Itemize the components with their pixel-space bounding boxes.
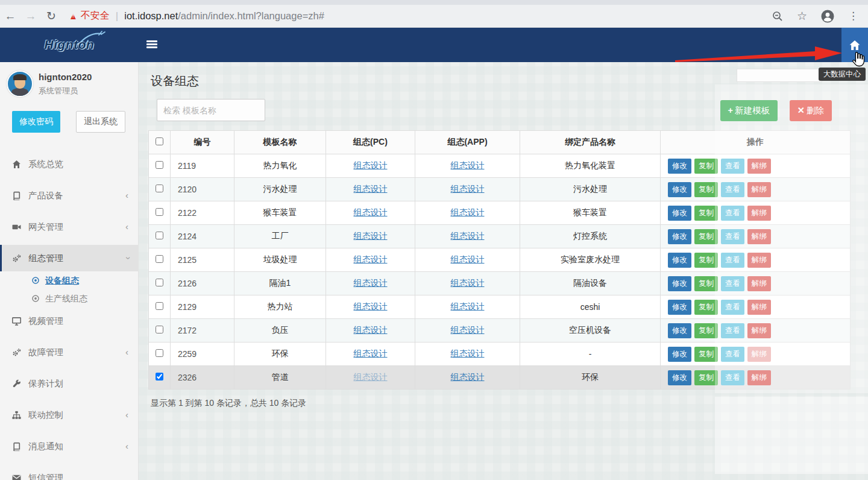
edit-button[interactable]: 修改 <box>668 370 691 385</box>
edit-button[interactable]: 修改 <box>668 323 691 338</box>
change-password-button[interactable]: 修改密码 <box>12 111 60 133</box>
unbind-button[interactable]: 解绑 <box>747 253 771 268</box>
sidebar-item-5[interactable]: 生产线组态 <box>0 289 138 308</box>
view-button[interactable]: 查看 <box>721 276 744 291</box>
row-checkbox[interactable] <box>156 185 163 192</box>
view-button[interactable]: 查看 <box>721 323 744 338</box>
unbind-button[interactable]: 解绑 <box>747 229 771 244</box>
sidebar-item-4[interactable]: 设备组态 <box>0 271 138 289</box>
edit-button[interactable]: 修改 <box>668 182 691 197</box>
row-checkbox[interactable] <box>156 255 163 263</box>
select-all-checkbox[interactable] <box>156 137 163 145</box>
sidebar-item-0[interactable]: 系统总览 <box>0 151 138 177</box>
copy-button[interactable]: 复制 <box>694 253 718 268</box>
pc-design-link[interactable]: 组态设计 <box>354 160 388 170</box>
copy-button[interactable]: 复制 <box>694 370 718 385</box>
unbind-button[interactable]: 解绑 <box>747 206 771 221</box>
copy-button[interactable]: 复制 <box>694 347 718 362</box>
app-design-link[interactable]: 组态设计 <box>451 349 485 358</box>
unbind-button[interactable]: 解绑 <box>747 276 771 291</box>
sidebar-item-2[interactable]: 网关管理‹ <box>0 213 138 240</box>
view-button[interactable]: 查看 <box>721 229 744 244</box>
profile-icon[interactable] <box>820 9 835 24</box>
app-design-link[interactable]: 组态设计 <box>451 372 485 382</box>
sidebar-item-8[interactable]: 保养计划 <box>0 370 138 397</box>
sidebar-item-11[interactable]: 短信管理 <box>0 464 138 480</box>
view-button[interactable]: 查看 <box>721 159 744 174</box>
copy-button[interactable]: 复制 <box>694 276 718 291</box>
row-checkbox[interactable] <box>156 349 163 357</box>
security-indicator[interactable]: ▲ ! 不安全 <box>69 10 110 22</box>
pc-design-link[interactable]: 组态设计 <box>354 254 388 264</box>
sidebar-item-1[interactable]: 产品设备‹ <box>0 182 138 209</box>
zoom-out-icon[interactable] <box>772 10 784 22</box>
row-checkbox[interactable] <box>156 279 163 286</box>
unbind-button[interactable]: 解绑 <box>747 347 771 362</box>
copy-button[interactable]: 复制 <box>694 300 718 315</box>
copy-button[interactable]: 复制 <box>694 182 718 197</box>
view-button[interactable]: 查看 <box>721 300 744 315</box>
view-button[interactable]: 查看 <box>721 182 744 197</box>
topright-empty-input[interactable] <box>737 69 822 82</box>
edit-button[interactable]: 修改 <box>668 300 691 315</box>
copy-button[interactable]: 复制 <box>694 159 718 174</box>
unbind-button[interactable]: 解绑 <box>747 300 771 315</box>
app-design-link[interactable]: 组态设计 <box>451 325 485 335</box>
sidebar-item-7[interactable]: 故障管理‹ <box>0 339 138 365</box>
pc-design-link[interactable]: 组态设计 <box>354 349 388 358</box>
sidebar-item-3[interactable]: 组态管理‹ <box>0 245 138 271</box>
edit-button[interactable]: 修改 <box>668 253 691 268</box>
edit-button[interactable]: 修改 <box>668 159 691 174</box>
copy-button[interactable]: 复制 <box>694 206 718 221</box>
edit-button[interactable]: 修改 <box>668 229 691 244</box>
unbind-button[interactable]: 解绑 <box>747 159 771 174</box>
row-checkbox[interactable] <box>156 326 163 333</box>
pc-design-link[interactable]: 组态设计 <box>354 302 388 311</box>
view-button[interactable]: 查看 <box>721 347 744 362</box>
copy-button[interactable]: 复制 <box>694 229 718 244</box>
browser-reload-icon[interactable]: ↻ <box>41 9 61 23</box>
browser-back-icon[interactable]: ← <box>0 10 20 23</box>
sidebar-item-10[interactable]: 消息通知‹ <box>0 433 138 459</box>
pc-design-link[interactable]: 组态设计 <box>354 278 388 288</box>
view-button[interactable]: 查看 <box>721 370 744 385</box>
delete-button[interactable]: ✕删除 <box>790 100 832 121</box>
unbind-button[interactable]: 解绑 <box>747 182 771 197</box>
browser-forward-icon[interactable]: → <box>20 10 41 23</box>
pc-design-link[interactable]: 组态设计 <box>354 207 388 217</box>
pc-design-link[interactable]: 组态设计 <box>354 184 388 194</box>
view-button[interactable]: 查看 <box>721 253 744 268</box>
edit-button[interactable]: 修改 <box>668 347 691 362</box>
browser-menu-icon[interactable]: ⋮ <box>848 10 858 22</box>
pc-design-link[interactable]: 组态设计 <box>354 372 388 382</box>
address-bar[interactable]: iot.idosp.net/admin/index.html?language=… <box>124 10 324 22</box>
app-design-link[interactable]: 组态设计 <box>451 160 485 170</box>
app-design-link[interactable]: 组态设计 <box>451 254 485 264</box>
search-input[interactable] <box>157 99 265 121</box>
app-design-link[interactable]: 组态设计 <box>451 231 485 241</box>
app-design-link[interactable]: 组态设计 <box>451 207 485 217</box>
home-button[interactable] <box>841 28 868 62</box>
unbind-button[interactable]: 解绑 <box>747 370 771 385</box>
app-design-link[interactable]: 组态设计 <box>451 278 485 288</box>
copy-button[interactable]: 复制 <box>694 323 718 338</box>
unbind-button[interactable]: 解绑 <box>747 323 771 338</box>
create-template-button[interactable]: +新建模板 <box>720 100 778 121</box>
row-checkbox[interactable] <box>156 232 163 239</box>
edit-button[interactable]: 修改 <box>668 206 691 221</box>
bookmark-star-icon[interactable]: ☆ <box>797 9 807 23</box>
pc-design-link[interactable]: 组态设计 <box>354 325 388 335</box>
row-checkbox[interactable] <box>156 373 163 381</box>
app-design-link[interactable]: 组态设计 <box>451 184 485 194</box>
row-checkbox[interactable] <box>156 208 163 216</box>
app-design-link[interactable]: 组态设计 <box>451 302 485 311</box>
logout-button[interactable]: 退出系统 <box>76 111 125 133</box>
row-checkbox[interactable] <box>156 302 163 310</box>
row-checkbox[interactable] <box>156 161 163 169</box>
edit-button[interactable]: 修改 <box>668 276 691 291</box>
sidebar-toggle-button[interactable] <box>146 40 157 49</box>
pc-design-link[interactable]: 组态设计 <box>354 231 388 241</box>
sidebar-item-6[interactable]: 视频管理 <box>0 308 138 334</box>
sidebar-item-9[interactable]: 联动控制‹ <box>0 402 138 428</box>
view-button[interactable]: 查看 <box>721 206 744 221</box>
